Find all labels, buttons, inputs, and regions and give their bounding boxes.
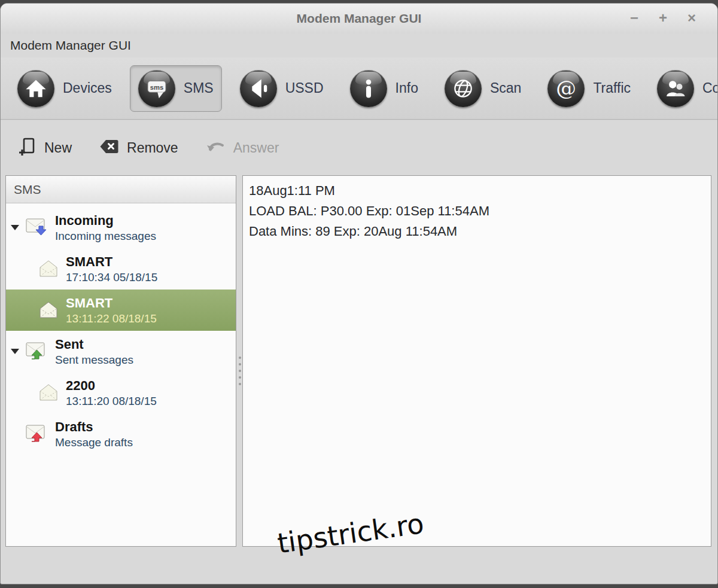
new-document-icon	[19, 137, 36, 160]
toolbar-button-sms[interactable]: sms SMS	[130, 65, 222, 112]
expander-triangle-icon[interactable]	[11, 225, 19, 230]
toolbar-button-contacts[interactable]: Contacts	[649, 65, 718, 112]
reply-arrow-icon	[206, 139, 226, 157]
maximize-button[interactable]: +	[653, 4, 673, 33]
incoming-mail-icon	[24, 217, 49, 239]
svg-text:sms: sms	[150, 83, 164, 90]
answer-message-button[interactable]: Answer	[206, 139, 279, 157]
open-envelope-icon	[37, 300, 60, 321]
app-window: Modem Manager GUI − + × Modem Manager GU…	[0, 3, 718, 584]
remove-message-button[interactable]: Remove	[99, 139, 178, 158]
message-timestamp: 13:11:22 08/18/15	[66, 312, 157, 325]
toolbar-label: Info	[395, 80, 418, 96]
toolbar-label: Devices	[63, 80, 112, 96]
tree-message-smart-1[interactable]: SMART 17:10:34 05/18/15	[6, 248, 236, 290]
expander-triangle-icon[interactable]	[11, 349, 19, 354]
folder-title: Sent	[55, 337, 133, 352]
globe-icon	[445, 70, 482, 107]
new-button-label: New	[44, 140, 72, 156]
info-icon	[350, 70, 387, 107]
message-title: 2200	[66, 378, 157, 394]
open-envelope-icon	[37, 383, 60, 403]
message-toolbar: New Remove Answer	[1, 120, 717, 176]
main-toolbar: Devices sms SMS USSD	[1, 57, 717, 120]
remove-button-label: Remove	[127, 140, 178, 156]
people-icon	[657, 70, 694, 107]
home-icon	[17, 70, 54, 107]
speaker-icon	[240, 70, 277, 107]
sms-folder-panel: SMS Incoming Incoming messages	[5, 175, 236, 547]
svg-text:@: @	[556, 77, 577, 100]
message-timestamp: 13:11:20 08/18/15	[66, 394, 157, 408]
message-line: Data Mins: 89 Exp: 20Aug 11:54AM	[249, 221, 705, 242]
folder-subtitle: Incoming messages	[55, 229, 156, 243]
toolbar-button-ussd[interactable]: USSD	[232, 65, 332, 112]
toolbar-label: USSD	[285, 80, 324, 96]
toolbar-button-traffic[interactable]: @ Traffic	[539, 65, 639, 112]
message-title: SMART	[66, 254, 157, 270]
folder-title: Drafts	[55, 419, 133, 435]
message-line: LOAD BAL: P30.00 Exp: 01Sep 11:54AM	[249, 201, 705, 221]
at-sign-icon: @	[547, 70, 585, 107]
message-title: SMART	[66, 295, 157, 311]
app-header-label: Modem Manager GUI	[10, 33, 131, 57]
sms-bubble-icon: sms	[138, 70, 175, 107]
answer-button-label: Answer	[233, 140, 279, 156]
tree-group-incoming[interactable]: Incoming Incoming messages	[6, 207, 236, 248]
window-title: Modem Manager GUI	[1, 4, 717, 33]
toolbar-label: SMS	[184, 80, 214, 96]
open-envelope-icon	[37, 259, 60, 279]
tree-message-smart-2-selected[interactable]: SMART 13:11:22 08/18/15	[6, 290, 236, 331]
folder-subtitle: Sent messages	[55, 353, 133, 367]
sent-mail-icon	[24, 341, 49, 362]
drafts-mail-icon	[24, 424, 49, 445]
tree-message-2200[interactable]: 2200 13:11:20 08/18/15	[6, 372, 236, 413]
sms-tree: Incoming Incoming messages SMART 17:10:3…	[6, 203, 236, 455]
toolbar-label: Contacts	[702, 80, 718, 96]
toolbar-button-info[interactable]: Info	[342, 65, 427, 112]
close-button[interactable]: ×	[682, 4, 702, 33]
toolbar-label: Scan	[490, 80, 521, 96]
toolbar-button-scan[interactable]: Scan	[436, 65, 530, 112]
folder-title: Incoming	[55, 213, 156, 229]
message-body-panel[interactable]: 18Aug1:11 PM LOAD BAL: P30.00 Exp: 01Sep…	[242, 175, 711, 547]
tree-group-sent[interactable]: Sent Sent messages	[6, 331, 236, 372]
backspace-delete-icon	[99, 139, 119, 158]
tree-group-drafts[interactable]: Drafts Message drafts	[6, 413, 236, 455]
minimize-button[interactable]: −	[624, 4, 644, 33]
toolbar-button-devices[interactable]: Devices	[9, 65, 120, 112]
message-timestamp: 17:10:34 05/18/15	[66, 270, 157, 284]
panel-splitter-handle[interactable]	[238, 352, 242, 389]
sidebar-header: SMS	[6, 176, 236, 203]
toolbar-label: Traffic	[593, 80, 631, 96]
titlebar: Modem Manager GUI − + ×	[1, 4, 717, 33]
message-line: 18Aug1:11 PM	[249, 181, 705, 201]
folder-subtitle: Message drafts	[55, 435, 133, 449]
new-message-button[interactable]: New	[19, 137, 72, 160]
